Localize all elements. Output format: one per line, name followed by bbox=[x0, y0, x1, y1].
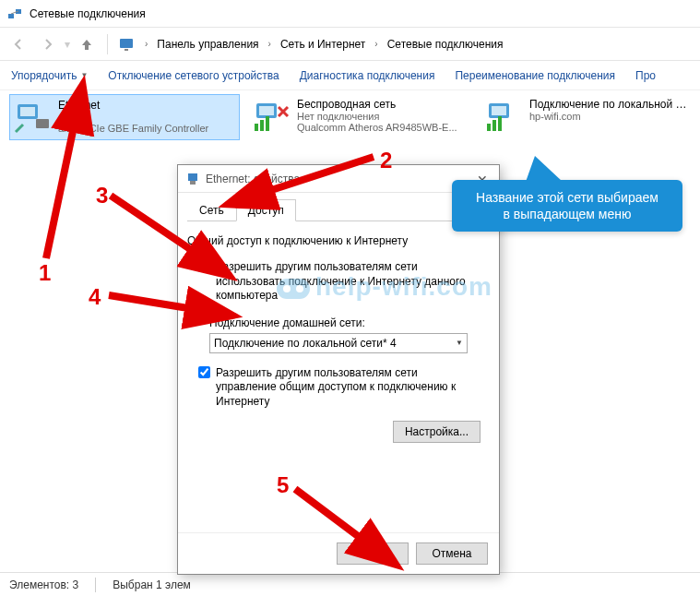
svg-rect-6 bbox=[20, 107, 35, 116]
disable-device-button[interactable]: Отключение сетевого устройства bbox=[108, 69, 279, 82]
ok-button[interactable]: OK bbox=[337, 542, 409, 565]
breadcrumb-network-connections[interactable]: Сетевые подключения bbox=[386, 34, 505, 54]
connection-status: Нет подключения bbox=[297, 111, 457, 122]
local-adapter-icon bbox=[485, 98, 522, 135]
status-bar: Элементов: 3 Выбран 1 элем bbox=[0, 572, 700, 596]
svg-rect-11 bbox=[260, 120, 264, 131]
svg-rect-3 bbox=[120, 39, 133, 48]
status-elements-count: Элементов: 3 bbox=[9, 578, 78, 591]
svg-rect-4 bbox=[125, 49, 128, 51]
connection-name: Подключение по локальной сети* 4 bbox=[529, 98, 690, 111]
svg-rect-0 bbox=[8, 14, 14, 18]
connection-name: Ethernet bbox=[58, 99, 208, 112]
ethernet-adapter-icon bbox=[14, 99, 51, 136]
home-network-select[interactable]: Подключение по локальной сети* 4 ▼ bbox=[209, 333, 468, 353]
callout-line2: в выпадающем меню bbox=[463, 206, 671, 222]
command-bar: Упорядочить ▼ Отключение сетевого устрой… bbox=[0, 61, 700, 90]
breadcrumb-network-internet[interactable]: Сеть и Интернет bbox=[279, 34, 367, 54]
home-network-label: Подключение домашней сети: bbox=[209, 316, 490, 329]
ethernet-icon bbox=[185, 172, 200, 186]
view-properties-truncated[interactable]: Про bbox=[635, 69, 656, 82]
chevron-icon: › bbox=[371, 39, 381, 49]
tab-sharing[interactable]: Доступ bbox=[236, 199, 296, 221]
annotation-callout: Название этой сети выбираем в выпадающем… bbox=[452, 180, 682, 232]
up-button[interactable] bbox=[74, 31, 100, 57]
address-bar: ▾ › Панель управления › Сеть и Интернет … bbox=[0, 28, 700, 61]
settings-button[interactable]: Настройка... bbox=[393, 421, 481, 443]
wireless-adapter-icon bbox=[253, 98, 290, 135]
window-title: Сетевые подключения bbox=[30, 7, 146, 20]
svg-rect-19 bbox=[498, 116, 502, 131]
back-button[interactable] bbox=[6, 31, 31, 57]
connection-status: hp-wifi.com bbox=[529, 111, 690, 122]
forward-button[interactable] bbox=[35, 31, 61, 57]
allow-sharing-label: Разрешить другим пользователям сети испо… bbox=[216, 260, 474, 304]
svg-rect-17 bbox=[487, 124, 491, 131]
svg-rect-20 bbox=[188, 173, 197, 181]
svg-rect-16 bbox=[492, 106, 506, 115]
status-selected-count: Выбран 1 элем bbox=[113, 578, 191, 591]
connection-device: Qualcomm Atheros AR9485WB-E... bbox=[297, 122, 457, 133]
cancel-button[interactable]: Отмена bbox=[416, 542, 488, 565]
allow-sharing-checkbox[interactable] bbox=[198, 260, 210, 272]
dialog-tabs: Сеть Доступ bbox=[187, 198, 490, 221]
chevron-down-icon: ▼ bbox=[456, 339, 463, 347]
connection-item-ethernet[interactable]: Ethernet ASUS altek PCIe GBE Family Cont… bbox=[9, 94, 240, 140]
organize-menu[interactable]: Упорядочить ▼ bbox=[11, 69, 88, 82]
window-titlebar: Сетевые подключения bbox=[0, 0, 700, 28]
svg-rect-18 bbox=[492, 120, 496, 131]
connection-device: altek PCIe GBE Family Controller bbox=[58, 123, 208, 134]
connection-item-local[interactable]: Подключение по локальной сети* 4 hp-wifi… bbox=[481, 94, 694, 138]
svg-rect-9 bbox=[259, 106, 274, 115]
svg-rect-10 bbox=[255, 124, 258, 131]
allow-control-label: Разрешить другим пользователям сети упра… bbox=[216, 366, 474, 410]
chevron-down-icon: ▼ bbox=[80, 71, 88, 79]
connection-item-wireless[interactable]: Беспроводная сеть Нет подключения Qualco… bbox=[249, 94, 480, 138]
breadcrumb-control-panel[interactable]: Панель управления bbox=[155, 34, 260, 54]
diagnose-button[interactable]: Диагностика подключения bbox=[300, 69, 435, 82]
home-network-value: Подключение по локальной сети* 4 bbox=[214, 337, 397, 350]
dialog-titlebar: Ethernet: свойства ✕ bbox=[178, 165, 499, 193]
connection-name: Беспроводная сеть bbox=[297, 98, 457, 111]
rename-button[interactable]: Переименование подключения bbox=[455, 69, 615, 82]
chevron-icon: › bbox=[265, 39, 275, 49]
callout-line1: Название этой сети выбираем bbox=[463, 189, 671, 206]
tab-network[interactable]: Сеть bbox=[187, 199, 236, 221]
svg-rect-7 bbox=[36, 119, 49, 128]
svg-rect-21 bbox=[190, 181, 196, 185]
dialog-footer: OK Отмена bbox=[178, 532, 499, 574]
dialog-title: Ethernet: свойства bbox=[206, 173, 300, 185]
svg-rect-12 bbox=[266, 116, 269, 131]
control-panel-icon bbox=[119, 37, 134, 52]
connection-status: ASUS bbox=[58, 112, 208, 123]
allow-control-checkbox[interactable] bbox=[198, 366, 210, 378]
chevron-icon: › bbox=[141, 39, 151, 49]
network-connections-icon bbox=[7, 6, 22, 21]
sharing-group-label: Общий доступ к подключению к Интернету bbox=[187, 234, 490, 247]
